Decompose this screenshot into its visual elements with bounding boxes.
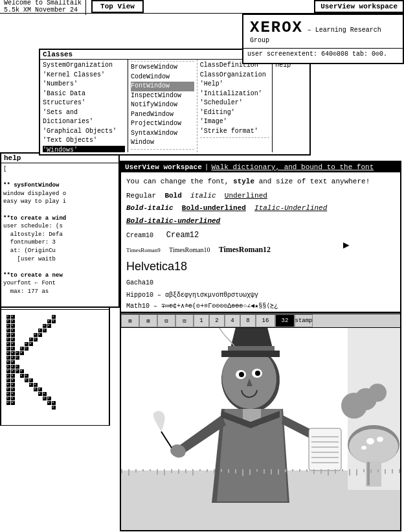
separator xyxy=(131,61,194,62)
list-item[interactable]: SyntaxWindow xyxy=(131,129,194,139)
drawing-canvas[interactable] xyxy=(121,328,400,530)
pixel-art-canvas xyxy=(1,310,109,425)
list-item[interactable]: NotifyWindow xyxy=(131,100,194,110)
list-item[interactable]: 'Windows' xyxy=(43,146,125,153)
size-16-button[interactable]: 16 xyxy=(256,314,275,327)
list-item[interactable]: 'Image' xyxy=(200,117,269,127)
tools-row2: ⊞ ⊞ ⊟ ⊡ 1 2 4 8 16 32 stamp xyxy=(121,314,400,328)
classes-content: SystemOrganization 'Kernel Classes' 'Num… xyxy=(40,60,309,152)
size-4-button[interactable]: 4 xyxy=(225,314,240,327)
list-item[interactable]: InspectWindow xyxy=(131,91,194,101)
help-text-line: **to edit newtu cur xyxy=(3,304,117,305)
xerox-header: XEROX – Learning Research Group xyxy=(243,15,403,48)
bitmap-window: bitmap xyxy=(0,299,110,426)
classes-col2[interactable]: BrowseWindow CodeWindow FontWindow Inspe… xyxy=(128,60,197,152)
userview-title-bar: UserView workspace xyxy=(314,0,404,13)
help-text-line xyxy=(3,174,117,182)
list-item[interactable]: SystemOrganization xyxy=(43,61,125,71)
title-walk-text: Walk dictionary, and bound to the font xyxy=(211,163,374,171)
help-text-line: yourfont ← Font xyxy=(3,279,117,288)
classes-col4[interactable]: help xyxy=(273,60,309,152)
help-window: help [ ** sysFontWindow window displayed… xyxy=(0,152,120,308)
classes-col3[interactable]: ClassDefinition ClassOrganization 'Help'… xyxy=(197,60,273,152)
desktop: Welcome to Smalltalk 5.5k XM November 24… xyxy=(0,0,404,532)
help-text-line: [user waitb xyxy=(3,255,117,264)
workspace-content[interactable]: You can change the font, style and size … xyxy=(121,172,400,309)
help-text-line xyxy=(3,296,117,305)
help-text-line: at: (OriginCu xyxy=(3,247,117,255)
list-item[interactable]: 'Strike format' xyxy=(200,127,269,137)
line1-text: You can change the font, style and size … xyxy=(126,176,395,188)
helv-sample: Helvetica18 xyxy=(126,257,395,276)
list-item[interactable]: CodeWindow xyxy=(131,73,194,82)
top-menu-bar: Welcome to Smalltalk 5.5k XM November 24… xyxy=(0,0,404,14)
help-text-line: **to create a new xyxy=(3,272,117,280)
list-item[interactable]: PanedWindow xyxy=(131,110,194,120)
list-item[interactable]: 'Initialization' xyxy=(200,89,269,99)
list-item[interactable]: 'Editing' xyxy=(200,108,269,118)
classes-col1[interactable]: SystemOrganization 'Kernel Classes' 'Num… xyxy=(40,60,128,152)
title-separator: | xyxy=(205,163,209,171)
math-sample: Math10 – ∓∞⊕¢+∧≐⊕(⊙+≡Γ⊙⊙⊙⊙∆⊕⊕⊕○∠◄★§§⟨≿¿ xyxy=(126,301,395,309)
size-32-button[interactable]: 32 xyxy=(275,314,295,327)
separator xyxy=(200,137,269,138)
list-item[interactable]: ProjectWindow xyxy=(131,119,194,129)
screenextent-bar: user screenextent: 640⊙808 tab: 0⊙0. xyxy=(243,48,403,59)
grid-icon2[interactable]: ⊞ xyxy=(139,314,157,327)
font-samples: Cream10 Cream12 xyxy=(126,229,395,242)
size-8-button[interactable]: 8 xyxy=(240,314,256,327)
welcome-text: Welcome to Smalltalk 5.5k XM November 24 xyxy=(0,0,86,15)
list-item[interactable]: BrowseWindow xyxy=(131,63,194,73)
size-1-button[interactable]: 1 xyxy=(194,314,209,327)
help-text-line: window displayed o xyxy=(3,190,117,198)
size-2-button[interactable]: 2 xyxy=(209,314,225,327)
grid-icon4[interactable]: ⊡ xyxy=(175,314,194,327)
list-item[interactable]: 'Kernel Classes' xyxy=(43,71,125,80)
list-item[interactable]: ClassOrganization xyxy=(200,71,269,80)
userview-workspace-window: UserView workspace | Walk dictionary, an… xyxy=(120,161,401,313)
help-text-line xyxy=(3,263,117,272)
userview-main-window: XEROX – Learning Research Group user scr… xyxy=(242,14,404,64)
help-text-line: altostyle: Defa xyxy=(3,231,117,239)
list-item[interactable]: 'Text Objects' xyxy=(43,136,125,146)
grid-icon3[interactable]: ⊟ xyxy=(157,314,175,327)
userview-workspace-title-bar[interactable]: UserView workspace | Walk dictionary, an… xyxy=(121,162,400,172)
help-text-line: max: 177 as xyxy=(3,288,117,296)
help-text-line: user schedule: (s xyxy=(3,222,117,231)
list-item[interactable]: 'Sets and Dictionaries' xyxy=(43,108,125,127)
style-demo-line2: Bold-italic Bold-underlined Italic-Under… xyxy=(126,203,395,214)
list-item[interactable]: 'Help' xyxy=(200,80,269,89)
list-item[interactable]: 'Graphical Objects' xyxy=(43,127,125,137)
list-item[interactable]: FontWindow xyxy=(131,82,194,91)
hippo-greek-sample: Hippo10 – αβξδεφγηισκμνοπθρστυωχψγ xyxy=(126,290,395,301)
list-item[interactable]: 'Scheduler' xyxy=(200,98,269,108)
list-item[interactable]: Window xyxy=(131,138,194,148)
times-samples: TimesRoman9 TimesRoman10 TimesRoman12 xyxy=(126,244,395,257)
style-demo-line3: Bold-italic-underlined xyxy=(126,216,395,227)
list-item[interactable]: 'Basic Data Structures' xyxy=(43,89,125,108)
help-text-line: ** sysFontWindow xyxy=(3,181,117,190)
stamp-icon[interactable]: stamp xyxy=(295,314,313,327)
grid-icon[interactable]: ⊞ xyxy=(121,314,139,327)
help-text-line: [ xyxy=(3,165,117,174)
separator xyxy=(131,149,194,150)
top-view-button[interactable]: Top View xyxy=(91,0,144,13)
list-item[interactable]: 'Numbers' xyxy=(43,80,125,89)
help-text-line: easy way to play i xyxy=(3,198,117,206)
gacha-sample: Gacha10 xyxy=(126,277,395,289)
help-text-line: fontnumber: 3 xyxy=(3,238,117,247)
style-demo-line: Regular Bold italic Underlined xyxy=(126,191,395,202)
xerox-logo: XEROX xyxy=(250,19,303,36)
drawing-tools-window: sel sz black draw line bits hit pts ✏ ⬜ … xyxy=(120,299,401,531)
help-text-line xyxy=(3,206,117,214)
help-text-line: **to create a wind xyxy=(3,214,117,223)
classes-window: Classes SystemOrganization 'Kernel Class… xyxy=(39,49,311,156)
help-content[interactable]: [ ** sysFontWindow window displayed o ea… xyxy=(1,163,118,305)
